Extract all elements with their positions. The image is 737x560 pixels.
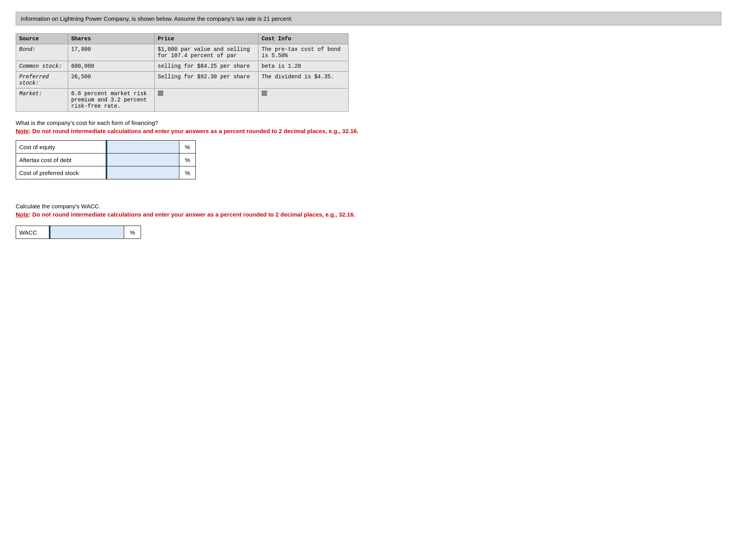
costinfo-preferred-stock: The dividend is $4.35. — [258, 72, 349, 89]
costinfo-market — [258, 89, 349, 112]
col-header-price: Price — [154, 34, 258, 44]
note2-rest: : Do not round intermediate calculations… — [29, 211, 355, 218]
question1-text: What is the company's cost for each form… — [16, 119, 721, 126]
shares-bond: 17,800 — [68, 44, 154, 61]
costinfo-bond: The pre-tax cost of bond is 5.50% — [258, 44, 349, 61]
aftertax-debt-percent: % — [179, 154, 196, 166]
cost-equity-input[interactable] — [106, 141, 179, 153]
price-market — [154, 89, 258, 112]
wacc-input-cell[interactable] — [49, 226, 124, 239]
source-market: Market: — [16, 89, 68, 112]
cost-equity-input-cell[interactable] — [106, 141, 179, 154]
wacc-percent: % — [124, 226, 141, 239]
table-row: Cost of preferred stock % — [16, 166, 196, 179]
wacc-label: WACC — [16, 226, 49, 239]
aftertax-debt-label: Aftertax cost of debt — [16, 154, 106, 166]
shares-preferred-stock: 26,500 — [68, 72, 154, 89]
wacc-question-text: Calculate the company's WACC. — [16, 203, 721, 210]
question1-note: Note: Do not round intermediate calculat… — [16, 128, 721, 134]
cost-equity-percent: % — [179, 141, 196, 154]
note1-label: Note — [16, 128, 29, 134]
cost-preferred-input[interactable] — [106, 166, 179, 179]
shares-market: 6.6 percent market risk premium and 3.2 … — [68, 89, 154, 112]
col-header-source: Source — [16, 34, 68, 44]
source-preferred-stock: Preferred stock: — [16, 72, 68, 89]
price-preferred-stock: Selling for $92.30 per share — [154, 72, 258, 89]
shares-common-stock: 600,000 — [68, 61, 154, 72]
wacc-note: Note: Do not round intermediate calculat… — [16, 211, 721, 218]
table-row: Cost of equity % — [16, 141, 196, 154]
cost-preferred-label: Cost of preferred stock — [16, 166, 106, 179]
price-bond: $1,000 par value and selling for 107.4 p… — [154, 44, 258, 61]
aftertax-debt-input[interactable] — [106, 154, 179, 166]
source-common-stock: Common stock: — [16, 61, 68, 72]
wacc-input[interactable] — [49, 226, 124, 238]
costinfo-common-stock: beta is 1.20 — [258, 61, 349, 72]
market-price-square — [158, 90, 163, 96]
question1-section: What is the company's cost for each form… — [16, 119, 721, 134]
info-banner: Information on Lightning Power Company, … — [16, 12, 721, 25]
cost-preferred-input-cell[interactable] — [106, 166, 179, 179]
wacc-answer-table: WACC % — [16, 226, 141, 239]
note1-rest: : Do not round intermediate calculations… — [29, 128, 358, 134]
cost-equity-label: Cost of equity — [16, 141, 106, 154]
note2-label: Note — [16, 211, 29, 218]
col-header-shares: Shares — [68, 34, 154, 44]
table-row: Aftertax cost of debt % — [16, 154, 196, 166]
source-bond: Bond: — [16, 44, 68, 61]
answer-table: Cost of equity % Aftertax cost of debt %… — [16, 140, 196, 179]
price-common-stock: selling for $84.25 per share — [154, 61, 258, 72]
wacc-row: WACC % — [16, 226, 141, 239]
wacc-section: Calculate the company's WACC. Note: Do n… — [16, 203, 721, 239]
col-header-costinfo: Cost Info — [258, 34, 349, 44]
market-costinfo-square — [262, 90, 267, 96]
aftertax-debt-input-cell[interactable] — [106, 154, 179, 166]
cost-preferred-percent: % — [179, 166, 196, 179]
data-table: Source Shares Price Cost Info Bond: 17,8… — [16, 33, 349, 112]
